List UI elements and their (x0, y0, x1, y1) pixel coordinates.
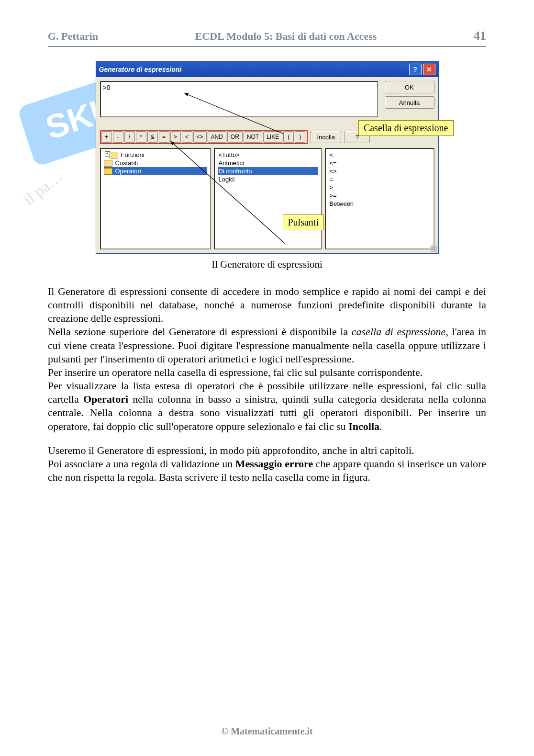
operator-button-not[interactable]: NOT (244, 131, 262, 143)
list-item[interactable]: Aritmetici (218, 159, 318, 167)
tree-item-label: Funzioni (121, 151, 145, 158)
header-page-number: 41 (474, 29, 486, 43)
para-1b-pre: Nella sezione superiore del Generatore d… (48, 326, 352, 338)
list-item[interactable]: <> (329, 167, 431, 175)
para-2a: Useremo il Generatore di espressioni, in… (48, 444, 414, 456)
callout-buttons: Pulsanti (283, 214, 324, 230)
tree-item-funzioni[interactable]: Funzioni (104, 151, 207, 159)
operator-button-or[interactable]: OR (227, 131, 243, 143)
page-header: G. Pettarin ECDL Modulo 5: Basi di dati … (48, 29, 486, 47)
operators-toolbar: +-/*&=><<>ANDORNOTLIKE() (100, 130, 308, 144)
list-item[interactable]: Between (329, 200, 431, 208)
resize-grip-icon[interactable] (430, 245, 437, 252)
cancel-button[interactable]: Annulla (385, 96, 434, 109)
para-2b-pre: Poi associare a una regola di validazion… (48, 458, 235, 470)
folder-icon (104, 168, 112, 175)
tree-item-label: Costanti (115, 159, 138, 167)
operator-button-[interactable]: < (182, 131, 192, 143)
operator-button-[interactable]: ) (295, 131, 305, 143)
para-1c: Per inserire un operatore nella casella … (48, 366, 423, 378)
window-title: Generatore di espressioni (99, 66, 182, 73)
para-2b-b: Messaggio errore (235, 458, 313, 470)
operator-button-[interactable]: ( (283, 131, 294, 143)
folder-icon (104, 160, 112, 167)
close-icon[interactable]: ✕ (423, 64, 435, 75)
list-item[interactable]: > (329, 183, 431, 192)
operator-button-[interactable]: + (101, 131, 112, 143)
para-1a: Il Generatore di espressioni consente di… (48, 285, 486, 324)
list-item[interactable]: <Tutto> (218, 151, 318, 159)
operator-button-[interactable]: = (159, 131, 169, 143)
tree-item-label: Operatori (115, 168, 141, 175)
operator-button-and[interactable]: AND (208, 131, 226, 143)
operators-list[interactable]: <<=<>=>>=Between (325, 148, 434, 249)
categories-tree[interactable]: FunzioniCostantiOperatori (100, 148, 211, 249)
list-item[interactable]: Di confronto (218, 167, 318, 175)
tree-item-operatori[interactable]: Operatori (104, 167, 207, 175)
help-icon[interactable]: ? (409, 64, 422, 75)
expression-input[interactable]: >0 (100, 81, 378, 117)
folder-icon (110, 152, 118, 158)
ok-button[interactable]: OK (385, 81, 434, 93)
header-author: G. Pettarin (48, 30, 98, 43)
page-footer: © Matematicamente.it (0, 726, 534, 737)
operator-button-[interactable]: <> (193, 131, 207, 143)
operator-button-[interactable]: > (170, 131, 181, 143)
tree-item-costanti[interactable]: Costanti (104, 159, 207, 167)
list-item[interactable]: Logici (218, 175, 318, 183)
list-item[interactable]: >= (329, 192, 431, 200)
para-1d-post: . (379, 420, 382, 432)
body-text: Il Generatore di espressioni consente di… (48, 285, 486, 484)
para-1d-b1: Operatori (83, 393, 128, 405)
expression-value: >0 (103, 84, 111, 91)
operator-button-[interactable]: & (147, 131, 158, 143)
para-1b-em: casella di espressione (352, 326, 446, 338)
operator-button-[interactable]: / (124, 131, 135, 143)
paste-button[interactable]: Incolla (311, 131, 341, 143)
figure-caption: Il Generatore di espressioni (48, 259, 486, 271)
list-item[interactable]: = (329, 175, 431, 183)
expression-builder-window: Generatore di espressioni ? ✕ >0 OK Annu… (96, 61, 439, 254)
para-1d-b2: Incolla (348, 420, 379, 432)
svg-text:il pa…: il pa… (20, 167, 66, 209)
list-item[interactable]: <= (329, 159, 431, 167)
list-item[interactable]: < (329, 151, 431, 159)
header-title: ECDL Modulo 5: Basi di dati con Access (98, 30, 474, 43)
operator-button-like[interactable]: LIKE (263, 131, 282, 143)
subcategories-list[interactable]: <Tutto>AritmeticiDi confrontoLogici (214, 148, 322, 249)
operator-button-[interactable]: - (113, 131, 123, 143)
titlebar[interactable]: Generatore di espressioni ? ✕ (96, 62, 438, 77)
operator-button-[interactable]: * (136, 131, 146, 143)
callout-expression-box: Casella di espressione (358, 120, 454, 136)
